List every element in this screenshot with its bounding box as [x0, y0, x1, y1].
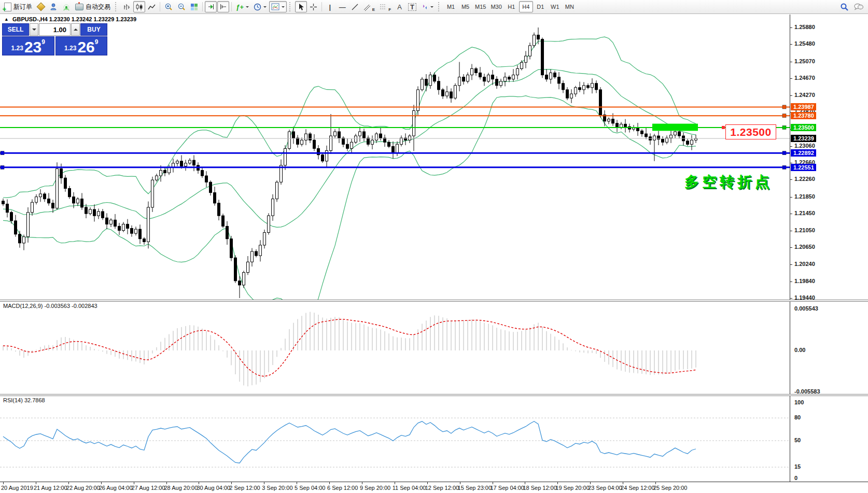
tick-mark: [790, 62, 792, 62]
tf-mn-button[interactable]: MN: [563, 1, 577, 12]
periods-button[interactable]: [251, 1, 269, 12]
tick-mark: [790, 179, 792, 180]
vertical-line-button[interactable]: |: [324, 1, 336, 12]
rsi-label: RSI(14) 32.7868: [3, 397, 45, 403]
macd-pane[interactable]: [0, 301, 790, 394]
collapse-panel-icon[interactable]: ▲: [4, 17, 9, 22]
line-chart-button[interactable]: [146, 1, 158, 12]
mt4-window: + 新订单 自动交易: [0, 0, 868, 493]
candle-body: [413, 111, 415, 136]
bar-chart-button[interactable]: [121, 1, 133, 12]
candle-body: [496, 79, 498, 86]
tick-mark: [790, 78, 792, 79]
horizontal-line-button[interactable]: —: [337, 1, 348, 12]
time-label: 12 Sep 12:00: [425, 485, 459, 491]
tf-m1-button[interactable]: M1: [444, 1, 458, 12]
zoom-in-button[interactable]: [162, 1, 175, 12]
candle-body: [554, 73, 556, 77]
line-handle[interactable]: [1, 165, 4, 169]
candle-body: [624, 124, 627, 126]
price-tick-label: 1.21450: [794, 210, 815, 216]
candle-body: [380, 134, 382, 138]
tick-mark: [790, 231, 792, 231]
indicators-button[interactable]: ƒ+: [234, 1, 251, 12]
candle-body: [533, 35, 536, 46]
signals-button[interactable]: [60, 1, 73, 12]
tf-h4-button[interactable]: H4: [519, 1, 533, 12]
sell-button[interactable]: SELL: [2, 23, 29, 36]
buy-quote[interactable]: 1.23269: [55, 36, 108, 55]
zoom-out-button[interactable]: [175, 1, 188, 12]
market-button[interactable]: [47, 1, 60, 12]
buy-button[interactable]: BUY: [80, 23, 107, 36]
new-order-button[interactable]: + 新订单: [2, 1, 34, 12]
text-label-button[interactable]: T: [406, 1, 418, 12]
candle-body: [127, 224, 129, 228]
line-handle[interactable]: [782, 105, 786, 109]
highlight-zone[interactable]: [652, 124, 698, 131]
search-button[interactable]: [838, 1, 851, 12]
candle-body: [23, 237, 25, 243]
candle-body: [575, 88, 577, 94]
volume-decrease-button[interactable]: [30, 23, 38, 36]
fibonacci-button[interactable]: F: [377, 1, 393, 12]
toolbar-separator: [231, 2, 232, 11]
tf-m30-button[interactable]: M30: [488, 1, 503, 12]
line-handle[interactable]: [782, 125, 786, 129]
cursor-icon: [297, 3, 304, 11]
level-price-label: 1.22892: [791, 149, 816, 157]
chevron-down-icon: [430, 6, 433, 9]
metaeditor-button[interactable]: [35, 1, 47, 12]
fibonacci-letter: F: [388, 7, 391, 12]
chinese-annotation[interactable]: 多空转折点: [684, 172, 773, 192]
candle-body: [276, 182, 278, 199]
text-button[interactable]: A: [394, 1, 405, 12]
tf-w1-button[interactable]: W1: [548, 1, 562, 12]
candle-body: [421, 79, 424, 90]
candle-body: [342, 138, 345, 144]
tf-h1-button[interactable]: H1: [505, 1, 519, 12]
price-chart-pane[interactable]: [0, 15, 790, 300]
line-handle[interactable]: [1, 151, 4, 155]
auto-scroll-button[interactable]: [205, 1, 217, 12]
time-label: 23 Sep 04:00: [588, 485, 622, 491]
line-handle[interactable]: [782, 151, 786, 155]
channel-button[interactable]: E: [361, 1, 377, 12]
candle-body: [297, 138, 299, 144]
chat-button[interactable]: [851, 1, 866, 12]
sell-quote[interactable]: 1.23239: [2, 36, 54, 55]
chart-shift-button[interactable]: [217, 1, 229, 12]
tf-d1-button[interactable]: D1: [534, 1, 548, 12]
price-target-annotation[interactable]: 1.23500: [725, 124, 776, 139]
volume-increase-button[interactable]: [71, 23, 80, 36]
time-axis[interactable]: 20 Aug 201921 Aug 12:0022 Aug 20:0026 Au…: [0, 482, 868, 493]
candle-body: [185, 163, 187, 166]
tf-m15-button[interactable]: M15: [473, 1, 488, 12]
time-label: 19 Sep 20:00: [555, 485, 589, 491]
cursor-button[interactable]: [295, 1, 307, 12]
line-handle[interactable]: [782, 165, 786, 169]
candle-body: [305, 134, 307, 140]
price-axis[interactable]: 1.258801.254801.250701.246701.242701.238…: [790, 15, 868, 482]
clock-icon: [254, 3, 261, 11]
time-tick-mark: [623, 482, 623, 484]
rsi-pane[interactable]: [0, 395, 790, 482]
line-handle[interactable]: [782, 114, 786, 118]
template-button[interactable]: [269, 1, 287, 12]
autotrading-button[interactable]: 自动交易: [73, 1, 113, 12]
tf-m5-button[interactable]: M5: [458, 1, 472, 12]
arrows-button[interactable]: [419, 1, 436, 12]
candle-body: [504, 77, 507, 81]
crosshair-button[interactable]: [307, 1, 319, 12]
tile-windows-button[interactable]: [188, 1, 200, 12]
trendline-button[interactable]: [349, 1, 361, 12]
pane-separator[interactable]: [0, 394, 868, 396]
candle-body: [346, 144, 349, 148]
candlestick-chart-button[interactable]: [133, 1, 145, 12]
candle-body: [189, 160, 191, 163]
pane-separator[interactable]: [0, 300, 868, 302]
candle-body: [608, 119, 610, 121]
volume-input[interactable]: 1.00: [39, 23, 71, 36]
time-tick-mark: [264, 482, 264, 484]
candle-body: [653, 136, 656, 140]
